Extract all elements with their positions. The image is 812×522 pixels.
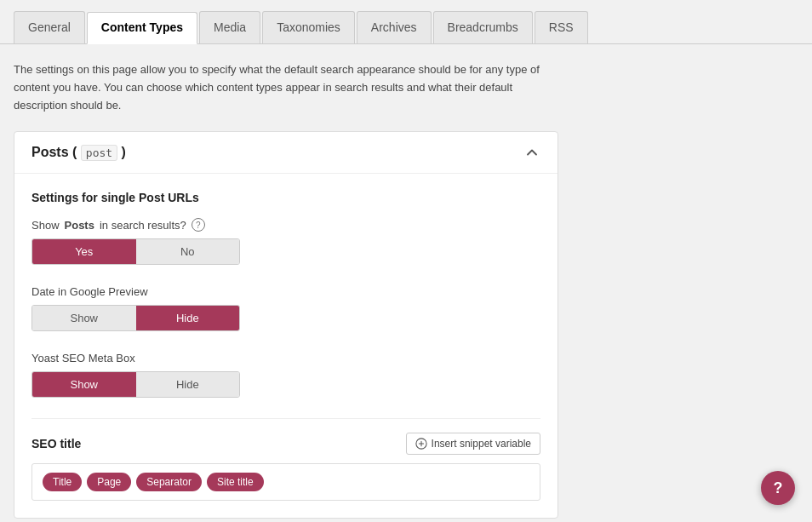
- snippet-tag-site-title[interactable]: Site title: [207, 473, 264, 491]
- seo-title-label: SEO title: [31, 437, 81, 450]
- toggle-no-button[interactable]: No: [136, 239, 240, 264]
- snippet-tag-page[interactable]: Page: [87, 473, 131, 491]
- label-bold: Posts: [65, 219, 94, 232]
- tab-taxonomies[interactable]: Taxonomies: [262, 11, 355, 43]
- fab-help-button[interactable]: ?: [761, 471, 795, 505]
- tab-archives[interactable]: Archives: [357, 11, 432, 43]
- help-icon[interactable]: ?: [192, 218, 205, 232]
- snippet-tag-title[interactable]: Title: [43, 473, 82, 491]
- seo-title-field[interactable]: Title Page Separator Site title: [31, 463, 540, 501]
- divider: [31, 418, 540, 419]
- tab-general[interactable]: General: [14, 11, 85, 43]
- snippet-tag-separator[interactable]: Separator: [136, 473, 202, 491]
- field-yoast-meta-box: Yoast SEO Meta Box Show Hide: [31, 352, 540, 398]
- tabs-bar: General Content Types Media Taxonomies A…: [0, 0, 812, 44]
- posts-panel: Posts ( post ) Settings for single Post …: [14, 131, 558, 519]
- toggle-yoast-meta-box: Show Hide: [31, 371, 240, 398]
- section-heading: Settings for single Post URLs: [31, 191, 540, 204]
- panel-header: Posts ( post ): [14, 132, 558, 174]
- tab-media[interactable]: Media: [199, 11, 260, 43]
- toggle-yes-button[interactable]: Yes: [32, 239, 136, 264]
- insert-snippet-label: Insert snippet variable: [432, 438, 531, 450]
- insert-snippet-button[interactable]: Insert snippet variable: [406, 433, 540, 455]
- toggle-hide-meta-button[interactable]: Hide: [136, 372, 240, 397]
- label-suffix: in search results?: [100, 219, 186, 232]
- toggle-show-date-button[interactable]: Show: [32, 306, 136, 330]
- panel-body: Settings for single Post URLs Show Posts…: [14, 174, 558, 518]
- panel-title: Posts ( post ): [31, 145, 126, 160]
- field-label-show-in-search: Show Posts in search results? ?: [31, 218, 540, 232]
- field-label-date-in-google: Date in Google Preview: [31, 285, 540, 298]
- seo-title-section: SEO title Insert snippet variable Title …: [31, 433, 540, 501]
- field-show-in-search: Show Posts in search results? ? Yes No: [31, 218, 540, 265]
- toggle-date-in-google: Show Hide: [31, 305, 240, 331]
- tab-breadcrumbs[interactable]: Breadcrumbs: [433, 11, 533, 43]
- main-content: The settings on this page allow you to s…: [0, 44, 812, 522]
- toggle-show-in-search: Yes No: [31, 238, 240, 265]
- panel-collapse-icon[interactable]: [523, 144, 540, 161]
- plus-circle-icon: [415, 438, 427, 450]
- panel-code: post: [81, 145, 117, 161]
- tab-rss[interactable]: RSS: [535, 11, 588, 43]
- field-date-in-google: Date in Google Preview Show Hide: [31, 285, 540, 331]
- seo-title-header: SEO title Insert snippet variable: [31, 433, 540, 455]
- page-description: The settings on this page allow you to s…: [14, 61, 558, 114]
- toggle-hide-date-button[interactable]: Hide: [136, 306, 240, 330]
- label-prefix: Show: [31, 219, 60, 232]
- field-label-yoast-meta-box: Yoast SEO Meta Box: [31, 352, 540, 364]
- toggle-show-meta-button[interactable]: Show: [32, 372, 136, 397]
- tab-content-types[interactable]: Content Types: [87, 12, 197, 44]
